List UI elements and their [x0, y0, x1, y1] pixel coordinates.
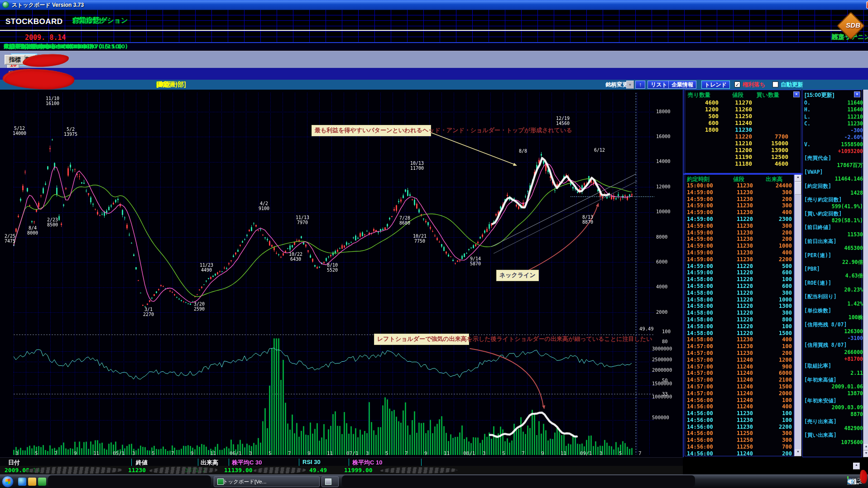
- top-link-終了[interactable]: 終了: [832, 33, 844, 41]
- quote-row: 4.63倍: [804, 273, 863, 279]
- trade-row[interactable]: 14:56:0011250300: [685, 430, 794, 437]
- trade-row[interactable]: 14:57:0011230200: [685, 350, 794, 357]
- quote-value: -300: [850, 127, 863, 134]
- trade-row[interactable]: 14:59:0011220500: [685, 263, 794, 270]
- order-book-row[interactable]: 50011250: [685, 113, 801, 120]
- trade-row[interactable]: 14:59:00112202300: [685, 216, 794, 223]
- scroll-up-arrow-icon[interactable]: ▲: [863, 444, 868, 450]
- trade-row[interactable]: 14:59:0011230300: [685, 202, 794, 209]
- trade-row[interactable]: 14:59:0011230300: [685, 223, 794, 230]
- trade-row[interactable]: 14:59:00112302200: [685, 256, 794, 263]
- trade-row[interactable]: 14:58:0011220300: [685, 290, 794, 297]
- trade-row[interactable]: 14:58:0011220600: [685, 283, 794, 290]
- quote-label: [年初来高値]: [804, 377, 836, 383]
- trade-row[interactable]: 14:56:0011230100: [685, 417, 794, 424]
- trade-row[interactable]: 14:58:0011220800: [685, 316, 794, 323]
- list-button[interactable]: リスト: [647, 81, 671, 89]
- scroll-up-arrow-icon[interactable]: ▲: [853, 463, 860, 469]
- quote-row: [年初来高値]: [804, 377, 863, 383]
- trade-volume: 800: [761, 316, 792, 323]
- trend-button[interactable]: トレンド: [701, 81, 730, 89]
- trade-time: 14:56:00: [687, 410, 715, 416]
- order-book-row[interactable]: 120011260: [685, 106, 801, 113]
- symbol-change-dropdown[interactable]: ▼: [626, 81, 634, 89]
- trade-row[interactable]: 14:56:0011240400: [685, 403, 794, 410]
- volume-icon[interactable]: [847, 479, 851, 484]
- scroll-up-button[interactable]: ↑: [635, 81, 645, 89]
- taskbar-app-button[interactable]: ストックボード[Ve...: [214, 476, 320, 487]
- trade-time: 14:57:00: [687, 350, 715, 356]
- scroll-up-arrow-icon[interactable]: ▲: [795, 175, 801, 182]
- order-book-row[interactable]: 180011230: [685, 126, 801, 133]
- trade-row[interactable]: 14:58:00112201500: [685, 330, 794, 337]
- trade-row[interactable]: 14:58:0011220100: [685, 276, 794, 283]
- trade-row[interactable]: 14:57:00112402000: [685, 390, 794, 397]
- trade-volume: 1500: [761, 330, 792, 336]
- trade-row[interactable]: 14:59:0011220600: [685, 269, 794, 276]
- redaction-smudge: [380, 467, 457, 474]
- trade-price: 11240: [727, 397, 753, 403]
- taskbar-redaction: [48, 475, 211, 487]
- trade-row[interactable]: 14:56:00112302200: [685, 424, 794, 431]
- order-book-row[interactable]: 460011270: [685, 99, 801, 106]
- trade-row[interactable]: 14:57:00112406000: [685, 370, 794, 377]
- trade-row[interactable]: 14:59:0011230200: [685, 196, 794, 203]
- company-info-button[interactable]: 企業情報: [668, 81, 696, 89]
- trade-row[interactable]: 14:56:0011240100: [685, 397, 794, 404]
- trade-row[interactable]: 14:59:00112301000: [685, 243, 794, 249]
- trade-row[interactable]: 14:58:00112201000: [685, 297, 794, 303]
- trade-row[interactable]: 14:59:0011230200: [685, 230, 794, 236]
- order-book-row[interactable]: 60011240: [685, 120, 801, 126]
- close-icon[interactable]: ×: [854, 91, 860, 97]
- trade-row[interactable]: 14:59:0011230400: [685, 249, 794, 256]
- scroll-down-arrow-icon[interactable]: ▼: [795, 450, 801, 456]
- scrollbar-thumb[interactable]: [795, 182, 801, 195]
- close-icon[interactable]: ×: [793, 91, 800, 97]
- taskbar-mini-button[interactable]: [321, 476, 339, 487]
- trade-row[interactable]: 14:58:0011230400: [685, 336, 794, 343]
- trade-row[interactable]: 14:59:0011230300: [685, 189, 794, 196]
- scroll-down-arrow-icon[interactable]: ▼: [863, 451, 868, 457]
- quick-launch-folder-icon[interactable]: [28, 478, 36, 486]
- ex-rights-checkbox[interactable]: ✓: [734, 81, 740, 87]
- order-book-row[interactable]: 1119012500: [685, 153, 801, 160]
- order-book-row[interactable]: 1121015000: [685, 140, 801, 147]
- trade-time: 14:58:00: [687, 283, 715, 289]
- auto-update-checkbox[interactable]: [772, 81, 778, 87]
- quote-value: 2009.01.06: [832, 383, 863, 390]
- order-book-row[interactable]: 111804600: [685, 160, 801, 167]
- trade-row[interactable]: 14:57:00112402100: [685, 377, 794, 383]
- trade-row[interactable]: 14:56:0011250700: [685, 444, 794, 450]
- trade-row[interactable]: 14:58:0011220100: [685, 323, 794, 330]
- tape-scrollbar[interactable]: ▲ ▼: [794, 175, 801, 456]
- trade-row[interactable]: 14:57:0011230100: [685, 343, 794, 350]
- trade-row[interactable]: 14:56:0011240200: [685, 450, 794, 456]
- trade-row[interactable]: 14:57:00112401500: [685, 383, 794, 390]
- quick-launch-browser-icon[interactable]: [18, 478, 26, 486]
- indicator-button[interactable]: 指標: [5, 55, 25, 65]
- trade-row[interactable]: 14:58:0011220300: [685, 310, 794, 316]
- trade-row[interactable]: 14:56:0011250300: [685, 437, 794, 444]
- trade-row[interactable]: 14:56:0011230100: [685, 410, 794, 417]
- trade-row[interactable]: 14:58:00112201300: [685, 303, 794, 310]
- trade-row[interactable]: 14:57:00112401200: [685, 357, 794, 364]
- trade-row[interactable]: 15:00:001123024400: [685, 182, 794, 189]
- trade-row[interactable]: 14:59:0011230400: [685, 209, 794, 216]
- trade-time: 14:57:00: [687, 357, 715, 363]
- close-button[interactable]: ×: [866, 1, 868, 9]
- sdb-logo-label: SDB: [846, 21, 860, 29]
- trade-price: 11230: [727, 196, 753, 202]
- order-book-row[interactable]: 112207700: [685, 133, 801, 140]
- trade-time: 14:59:00: [687, 249, 715, 256]
- title-bar[interactable]: ストックボード Version 3.73 _ ▢ ×: [0, 0, 868, 10]
- menu-item-お知らせ[interactable]: お知らせ: [72, 16, 100, 25]
- trade-row[interactable]: 14:57:0011240900: [685, 364, 794, 370]
- panel-scrollbar[interactable]: ▲ ▼: [863, 90, 868, 457]
- trade-volume: 100: [761, 323, 792, 330]
- quick-launch-media-icon[interactable]: [38, 478, 46, 486]
- quote-label: [配当利回り]: [804, 293, 837, 300]
- trade-row[interactable]: 14:59:0011230200: [685, 236, 794, 243]
- trade-volume: 900: [761, 364, 792, 370]
- stock-chart-canvas[interactable]: [0, 90, 683, 457]
- order-book-row[interactable]: 1120013900: [685, 147, 801, 153]
